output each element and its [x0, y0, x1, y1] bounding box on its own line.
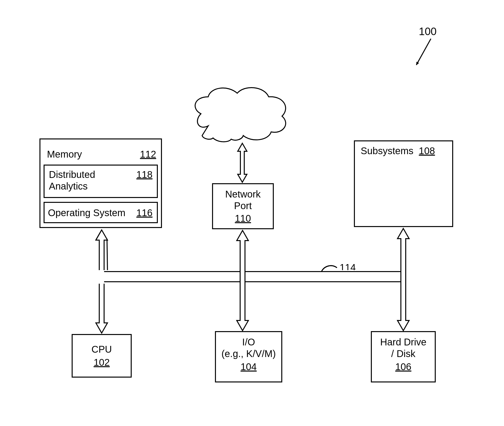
bus-ref-leader-icon-2 [321, 266, 337, 272]
subsystems-box: Subsystems 108 [354, 140, 453, 227]
memory-ref: 112 [140, 149, 156, 160]
subsystems-hd-double-arrow-icon [397, 228, 409, 331]
diagram-stage: 100 Memory 112 Distributed Analytics 118… [0, 0, 504, 426]
bus-ref-label: 114 [340, 262, 356, 273]
memory-box: Memory 112 Distributed Analytics 118 Ope… [39, 138, 162, 228]
network-port-label2: Port [213, 200, 273, 211]
svg-rect-3 [237, 271, 248, 283]
figure-ref-arrow-icon [416, 39, 431, 65]
io-ref: 104 [216, 361, 281, 372]
distributed-analytics-ref: 118 [136, 169, 153, 180]
operating-system-box: Operating System 116 [44, 202, 158, 223]
hard-drive-box: Hard Drive / Disk 106 [371, 331, 436, 382]
distributed-analytics-box: Distributed Analytics 118 [44, 165, 158, 198]
memory-bus-arrow-icon [96, 230, 107, 272]
hard-drive-label1: Hard Drive [372, 336, 435, 348]
bus-ref-leader-icon [321, 266, 337, 272]
svg-rect-4 [398, 271, 409, 283]
memory-cpu-double-arrow-icon [96, 230, 107, 333]
cpu-label: CPU [73, 344, 131, 355]
memory-label: Memory [47, 149, 82, 160]
network-ref: 140 [211, 121, 278, 132]
io-label2: (e.g., K/V/M) [216, 348, 281, 359]
io-label1: I/O [216, 336, 281, 348]
operating-system-label: Operating System [48, 207, 125, 218]
cpu-box: CPU 102 [72, 334, 132, 378]
bus-lines [98, 272, 407, 282]
network-port-box: Network Port 110 [212, 183, 274, 229]
network-label: Network [211, 108, 278, 119]
distributed-analytics-label2: Analytics [49, 181, 88, 192]
port-io-double-arrow-icon [237, 230, 248, 331]
distributed-analytics-label1: Distributed [49, 169, 95, 180]
network-port-label1: Network [213, 189, 273, 200]
operating-system-ref: 116 [136, 207, 153, 218]
network-port-ref: 110 [213, 213, 273, 224]
subsystems-label: Subsystems 108 [361, 145, 435, 156]
hard-drive-ref: 106 [372, 361, 435, 372]
svg-rect-2 [96, 271, 107, 283]
cpu-ref: 102 [73, 357, 131, 368]
hard-drive-label2: / Disk [372, 348, 435, 359]
io-box: I/O (e.g., K/V/M) 104 [215, 331, 282, 382]
network-to-port-arrow-icon [238, 143, 247, 182]
svg-rect-9 [0, 270, 504, 284]
figure-ref-label: 100 [419, 25, 436, 38]
